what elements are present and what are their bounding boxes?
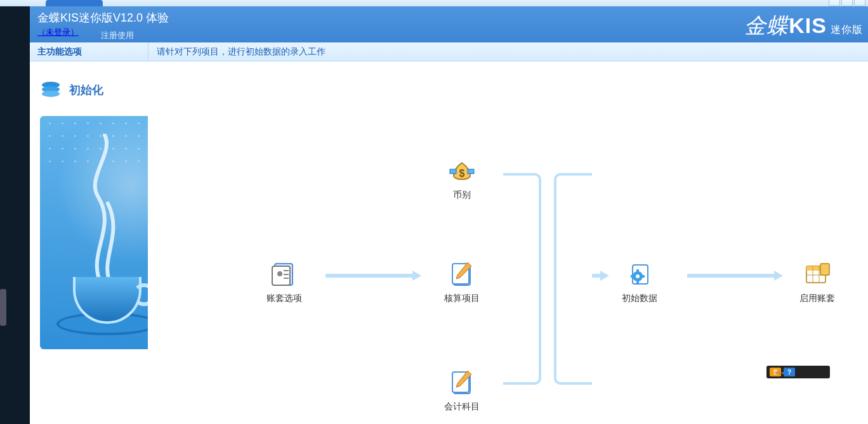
node-label: 账套选项: [256, 293, 313, 304]
notepad-icon: [433, 369, 490, 396]
window-controls: [829, 0, 865, 6]
brand-prefix: 金蝶: [744, 13, 789, 37]
sidebar-item-initialize[interactable]: 初始化: [30, 61, 148, 108]
svg-rect-13: [468, 169, 474, 174]
svg-rect-21: [631, 275, 633, 278]
node-account-options[interactable]: 账套选项: [256, 261, 313, 304]
svg-rect-7: [284, 274, 289, 275]
node-label: 会计科目: [433, 401, 490, 413]
spreadsheet-icon: [789, 261, 846, 288]
flow-branch: [503, 173, 541, 276]
brand-main: KIS: [789, 13, 827, 37]
titlebar: [0, 0, 868, 6]
flow-arrow: [592, 271, 608, 281]
register-link[interactable]: 注册使用: [101, 30, 134, 41]
maximize-button[interactable]: [841, 0, 853, 6]
svg-rect-8: [284, 278, 289, 279]
notepad-icon: [433, 261, 490, 288]
close-button[interactable]: [854, 0, 865, 6]
header: 金蝶KIS迷你版V12.0 体验 （未登录） 注册使用 金蝶KIS迷你版: [30, 6, 868, 42]
svg-point-5: [277, 271, 282, 276]
flow-canvas: 账套选项 核算项目 $ 币别 会计科目 初始数据 启用账套: [148, 61, 868, 424]
flow-branch: [554, 173, 592, 276]
main-options-label: 主功能选项: [37, 46, 82, 58]
active-tab[interactable]: [46, 0, 103, 6]
left-gutter: [0, 6, 30, 424]
app-title: 金蝶KIS迷你版V12.0 体验: [37, 10, 169, 25]
sidebar-item-label: 初始化: [69, 82, 103, 98]
svg-rect-6: [284, 270, 289, 271]
svg-rect-20: [636, 281, 639, 283]
flow-branch: [554, 276, 592, 385]
svg-rect-22: [642, 275, 645, 278]
coffee-cup-icon: [56, 240, 158, 335]
subheader: 主功能选项 请针对下列项目，进行初始数据的录入工作: [30, 42, 868, 61]
node-label: 币别: [433, 190, 490, 201]
node-accounting-subject[interactable]: 会计科目: [433, 369, 490, 413]
hint-text: 请针对下列项目，进行初始数据的录入工作: [157, 46, 326, 58]
system-tray: S ?: [766, 366, 830, 378]
node-accounting-item[interactable]: 核算项目: [433, 261, 490, 304]
node-enable-account[interactable]: 启用账套: [789, 261, 846, 304]
help-icon[interactable]: ?: [784, 368, 795, 376]
stack-icon: [40, 80, 62, 100]
svg-rect-19: [636, 269, 639, 272]
node-label: 核算项目: [433, 293, 490, 304]
flow-arrow: [326, 271, 421, 281]
gear-doc-icon: [611, 261, 668, 288]
flow-arrow: [687, 271, 782, 281]
settings-doc-icon: [256, 261, 313, 288]
divider: [148, 42, 148, 61]
svg-point-18: [636, 274, 640, 278]
flow-branch: [503, 276, 541, 385]
svg-point-2: [42, 91, 60, 97]
node-initial-data[interactable]: 初始数据: [611, 261, 668, 304]
node-currency[interactable]: $ 币别: [433, 158, 490, 201]
svg-text:$: $: [459, 168, 465, 179]
money-bag-icon: $: [433, 158, 490, 184]
brand: 金蝶KIS迷你版: [744, 11, 863, 41]
gutter-handle[interactable]: [0, 289, 6, 326]
sidebar: 初始化: [30, 61, 148, 424]
svg-rect-12: [450, 169, 456, 174]
tray-more-icon[interactable]: [775, 372, 784, 374]
brand-suffix: 迷你版: [831, 24, 863, 35]
login-link[interactable]: （未登录）: [37, 27, 79, 38]
svg-rect-28: [820, 264, 829, 275]
node-label: 初始数据: [611, 293, 668, 304]
minimize-button[interactable]: [829, 0, 840, 6]
node-label: 启用账套: [789, 293, 846, 304]
